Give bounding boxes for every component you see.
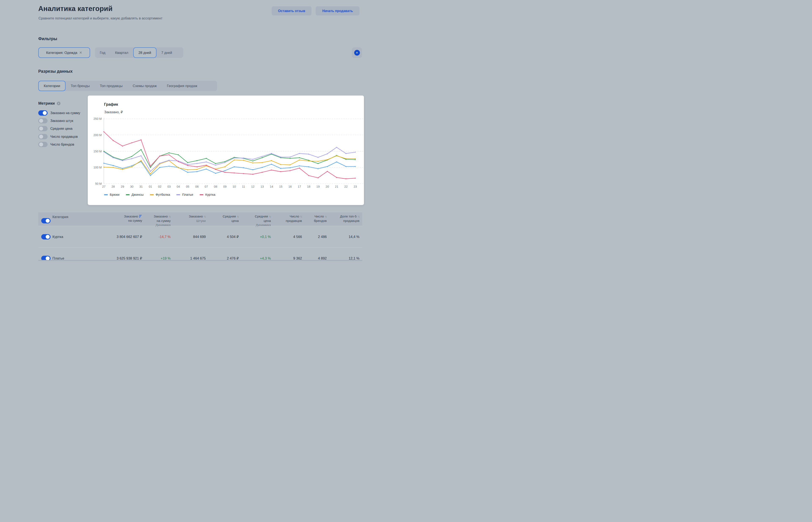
header-line: Средняя [255, 215, 268, 218]
header-line: Заказано [154, 215, 168, 218]
cell-sum-dynamics: -14,7 % [142, 235, 171, 239]
header-line: цена [264, 219, 271, 223]
header-line: продавцов [286, 219, 302, 223]
svg-text:08: 08 [214, 185, 217, 188]
legend-item-bryuki[interactable]: Брюки [104, 193, 119, 197]
cell-avg-price-dynamics: +0,1 % [239, 235, 271, 239]
row-category-name: Куртка [53, 235, 97, 239]
cell-top5-share: 14,4 % [327, 235, 360, 239]
toggle-all-rows[interactable] [41, 218, 51, 223]
svg-text:20: 20 [326, 185, 329, 188]
column-header-ordered-sum-dynamics[interactable]: Заказано↑↓ на сумму Динамика [142, 214, 171, 227]
toggle-knob [46, 219, 50, 223]
chip-close-icon[interactable]: ✕ [79, 51, 82, 55]
svg-text:03: 03 [168, 185, 171, 188]
legend-label: Куртка [205, 193, 215, 197]
column-header-sellers-count[interactable]: Число↑↓ продавцов [271, 214, 302, 227]
column-header-ordered-sum[interactable]: Заказано на сумму [97, 214, 142, 227]
svg-text:19: 19 [316, 185, 320, 188]
svg-text:01: 01 [149, 185, 152, 188]
toggle-ordered-qty[interactable] [38, 118, 47, 123]
sort-arrows-icon: ↑↓ [357, 215, 360, 218]
toggle-brands-count[interactable] [38, 142, 47, 147]
metric-label: Средняя цена [50, 127, 73, 130]
tab-top-sellers[interactable]: Топ продавцы [95, 81, 128, 91]
column-header-avg-price-dynamics[interactable]: Средняя↑↓ цена Динамика [239, 214, 271, 227]
data-cuts-heading: Разрезы данных [38, 69, 73, 74]
svg-text:13: 13 [260, 185, 264, 188]
metric-row-brands-count: Число брендов [38, 142, 74, 147]
svg-text:18: 18 [307, 185, 310, 188]
cell-ordered-sum: 3 625 938 921 ₽ [97, 256, 142, 260]
cell-ordered-qty: 844 699 [171, 235, 206, 239]
svg-text:100 M: 100 M [94, 166, 102, 169]
sort-arrows-icon: ↑↓ [300, 215, 302, 218]
svg-text:29: 29 [121, 185, 124, 188]
svg-text:14: 14 [270, 185, 273, 188]
svg-text:200 M: 200 M [94, 133, 102, 137]
svg-text:11: 11 [242, 185, 245, 188]
cell-ordered-qty: 1 464 675 [171, 256, 206, 260]
column-header-category[interactable]: Категория [53, 214, 97, 227]
period-option-year[interactable]: Год [95, 47, 110, 58]
cell-brands-count: 4 892 [302, 256, 327, 260]
tab-sales-schemes[interactable]: Схемы продаж [128, 81, 162, 91]
header-line: Число [290, 215, 299, 218]
category-filter-chip[interactable]: Категория: Одежда ✕ [38, 47, 90, 58]
toggle-knob [43, 111, 47, 115]
toggle-avg-price[interactable] [38, 126, 47, 131]
category-filter-chip-label: Категория: Одежда [46, 51, 77, 55]
start-selling-button[interactable]: Начать продавать [316, 6, 360, 16]
column-header-avg-price[interactable]: Средняя↑↓ цена [206, 214, 239, 227]
header-line: Число [314, 215, 324, 218]
legend-swatch-blue [104, 194, 108, 195]
filters-heading: Фильтры [38, 36, 57, 41]
clear-filters-button[interactable]: ✕ [352, 47, 362, 58]
tab-sales-geography[interactable]: География продаж [162, 81, 202, 91]
period-option-7days[interactable]: 7 дней [156, 47, 177, 58]
table-header-toggle-cell [38, 214, 53, 227]
chart-card: График Заказано, ₽ 250 M200 M150 M100 M5… [88, 96, 364, 205]
header-line: на сумму [157, 219, 171, 223]
header-line: Заказано [124, 215, 138, 218]
tab-categories[interactable]: Категории [38, 81, 65, 91]
toggle-row-kurtka[interactable] [41, 234, 51, 239]
svg-text:02: 02 [158, 185, 161, 188]
svg-text:06: 06 [195, 185, 199, 188]
page-title: Аналитика категорий [38, 5, 113, 13]
period-option-quarter[interactable]: Квартал [110, 47, 133, 58]
svg-text:09: 09 [223, 185, 227, 188]
cell-brands-count: 2 486 [302, 235, 327, 239]
legend-item-dzhinsy[interactable]: Джинсы [126, 193, 143, 197]
column-header-brands-count[interactable]: Число↑↓ брендов [302, 214, 327, 227]
metrics-heading: Метрики [38, 101, 55, 106]
svg-text:31: 31 [139, 185, 143, 188]
column-header-top5-share[interactable]: Доля топ-5↑↓ продавцов [327, 214, 360, 227]
period-option-28days[interactable]: 28 дней [133, 47, 156, 58]
sort-arrows-icon: ↑↓ [169, 215, 171, 218]
next-row-edge [38, 260, 362, 261]
svg-text:07: 07 [205, 185, 208, 188]
metric-label: Число брендов [50, 143, 74, 146]
cell-sellers-count: 4 566 [271, 235, 302, 239]
legend-swatch-purple [176, 194, 180, 195]
info-icon[interactable]: i [57, 102, 60, 105]
svg-text:150 M: 150 M [94, 149, 102, 153]
metric-label: Число продавцов [50, 135, 78, 139]
toggle-sellers-count[interactable] [38, 134, 47, 139]
chart-title: График [104, 102, 118, 107]
svg-text:12: 12 [251, 185, 255, 188]
svg-text:28: 28 [112, 185, 115, 188]
leave-feedback-button[interactable]: Оставить отзыв [272, 6, 311, 16]
legend-item-futbolka[interactable]: Футболка [150, 193, 170, 197]
toggle-ordered-sum[interactable] [38, 110, 47, 116]
metric-row-ordered-qty: Заказано штук [38, 118, 73, 123]
column-header-ordered-qty[interactable]: Заказано↑↓ Штуки [171, 214, 206, 227]
sort-arrows-icon: ↑↓ [325, 215, 327, 218]
legend-item-kurtka[interactable]: Куртка [200, 193, 215, 197]
tab-top-brands[interactable]: Топ бренды [65, 81, 95, 91]
table-row-kurtka[interactable]: Куртка 3 804 662 607 ₽ -14,7 % 844 699 4… [38, 226, 362, 247]
legend-item-plate[interactable]: Платье [176, 193, 193, 197]
table-row-plate[interactable]: Платье 3 625 938 921 ₽ +19 % 1 464 675 2… [38, 247, 362, 261]
period-segmented-control: Год Квартал 28 дней 7 дней [95, 47, 183, 58]
